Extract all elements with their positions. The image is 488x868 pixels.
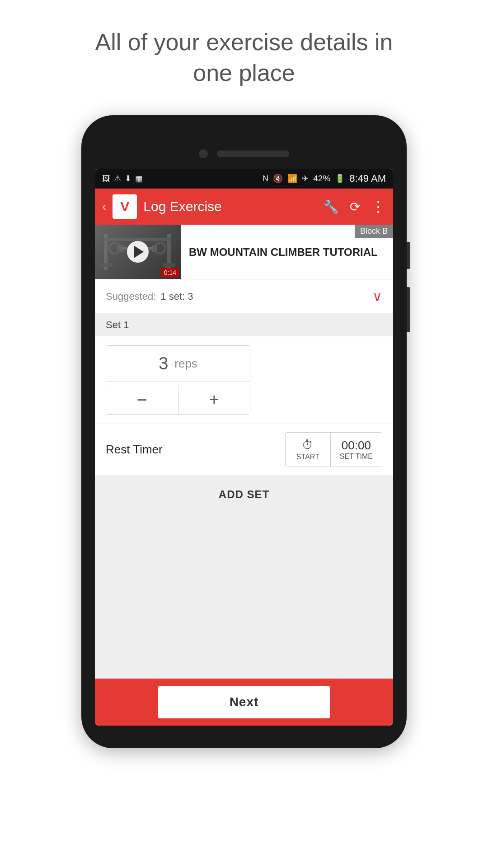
reps-controls: − +: [106, 385, 250, 415]
block-badge: Block B: [355, 225, 393, 238]
rest-set-time-button[interactable]: 00:00 SET TIME: [331, 433, 382, 467]
next-button[interactable]: Next: [158, 686, 330, 718]
logo-v-icon: V: [120, 199, 129, 214]
reps-increase-button[interactable]: +: [178, 385, 250, 414]
clock-icon: ⏱: [302, 438, 314, 452]
suggested-value: 1 set: 3: [160, 291, 372, 302]
suggested-row: Suggested: 1 set: 3 ∨: [95, 279, 393, 314]
app-toolbar: ‹ V Log Exercise 🔧 ⟳ ⋮: [95, 189, 393, 225]
power-button: [407, 287, 410, 332]
play-triangle-icon: [134, 245, 144, 258]
status-right-info: N 🔇 📶 ✈ 42% 🔋 8:49 AM: [263, 173, 386, 184]
exercise-header: 0:14 BW MOUNTAIN CLIMBER TUTORIAL Block …: [95, 225, 393, 279]
minus-icon: −: [137, 390, 147, 410]
battery-level: 42%: [313, 174, 330, 184]
reps-number: 3: [159, 354, 168, 373]
page-tagline: All of your exercise details in one plac…: [86, 27, 402, 88]
svg-rect-3: [99, 263, 112, 267]
volume-button: [407, 242, 410, 269]
status-time: 8:49 AM: [349, 173, 386, 184]
overflow-menu-icon[interactable]: ⋮: [371, 198, 386, 215]
plus-icon: +: [209, 390, 219, 409]
phone-screen: 🖼 ⚠ ⬇ ▦ N 🔇 📶 ✈ 42% 🔋 8:49 AM ‹: [95, 169, 393, 726]
chevron-down-icon[interactable]: ∨: [372, 288, 382, 304]
toolbar-action-icons: 🔧 ⟳ ⋮: [323, 198, 386, 215]
add-set-button[interactable]: ADD SET: [95, 476, 393, 514]
play-button[interactable]: [127, 241, 149, 263]
wifi-icon: 📶: [287, 174, 297, 184]
history-icon[interactable]: ⟳: [350, 199, 360, 214]
back-button[interactable]: ‹: [102, 199, 106, 214]
page-wrapper: All of your exercise details in one plac…: [0, 0, 488, 868]
app-content: 0:14 BW MOUNTAIN CLIMBER TUTORIAL Block …: [95, 225, 393, 726]
front-camera: [199, 149, 208, 158]
alert-icon: ⚠: [114, 174, 121, 184]
rest-start-button[interactable]: ⏱ START: [286, 433, 331, 467]
toolbar-title: Log Exercise: [143, 199, 317, 214]
exercise-thumbnail[interactable]: 0:14: [95, 225, 181, 279]
set-header: Set 1: [95, 314, 393, 336]
rest-start-label: START: [296, 453, 319, 461]
battery-icon: 🔋: [335, 174, 345, 184]
status-bar: 🖼 ⚠ ⬇ ▦ N 🔇 📶 ✈ 42% 🔋 8:49 AM: [95, 169, 393, 189]
rest-timer-controls: ⏱ START 00:00 SET TIME: [285, 432, 382, 467]
rest-time-value: 00:00: [342, 439, 371, 453]
rest-timer-row: Rest Timer ⏱ START 00:00 SET TIME: [95, 424, 393, 476]
bottom-action-bar: Next: [95, 679, 393, 726]
phone-frame: 🖼 ⚠ ⬇ ▦ N 🔇 📶 ✈ 42% 🔋 8:49 AM ‹: [81, 115, 407, 748]
content-spacer: [95, 514, 393, 679]
nfc-icon: N: [263, 174, 268, 184]
phone-top: [95, 142, 393, 165]
mute-icon: 🔇: [273, 174, 283, 184]
scan-icon: ▦: [135, 174, 143, 184]
svg-rect-4: [163, 263, 175, 267]
reps-section: 3 reps − +: [95, 336, 393, 424]
wrench-icon[interactable]: 🔧: [323, 199, 339, 214]
video-timestamp: 0:14: [161, 268, 179, 277]
reps-label: reps: [174, 357, 197, 371]
download-icon: ⬇: [125, 174, 131, 184]
exercise-title: BW MOUNTAIN CLIMBER TUTORIAL: [181, 238, 393, 266]
airplane-icon: ✈: [302, 174, 309, 184]
image-icon: 🖼: [102, 174, 110, 184]
reps-display: 3 reps: [106, 345, 250, 382]
phone-speaker: [217, 151, 289, 157]
set-time-label: SET TIME: [340, 453, 373, 461]
app-logo: V: [113, 194, 137, 219]
rest-timer-label: Rest Timer: [106, 443, 285, 457]
suggested-label: Suggested:: [106, 291, 156, 302]
reps-decrease-button[interactable]: −: [106, 385, 178, 414]
status-left-icons: 🖼 ⚠ ⬇ ▦: [102, 174, 143, 184]
